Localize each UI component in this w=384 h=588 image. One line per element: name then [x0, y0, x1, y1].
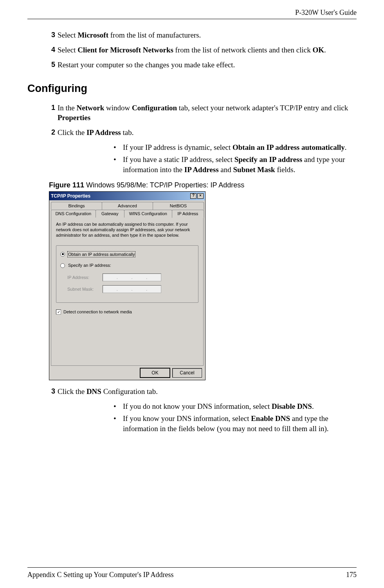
config-step-2: 2 Click the IP Address tab.: [49, 128, 357, 138]
dialog-buttons: OK Cancel: [49, 366, 205, 380]
close-button[interactable]: ×: [197, 193, 204, 199]
tcpip-properties-dialog: TCP/IP Properties ? × Bindings Advanced …: [49, 191, 206, 380]
tab-ip-address[interactable]: IP Address: [172, 210, 204, 218]
config-step-1: 1 In the Network window Configuration ta…: [49, 103, 357, 123]
bullet-text: If you have a static IP address, select …: [123, 155, 357, 174]
tab-dns-configuration[interactable]: DNS Configuration: [51, 210, 96, 218]
figure-label: Figure 111: [49, 181, 84, 189]
subnet-mask-field[interactable]: ...: [103, 285, 161, 293]
radio-icon: [60, 263, 65, 268]
tab-netbios[interactable]: NetBIOS: [153, 202, 204, 210]
bullet-item: • If you know your DNS information, sele…: [114, 414, 357, 433]
checkbox-label: Detect connection to network media: [63, 309, 132, 315]
step-3: 3 Select Microsoft from the list of manu…: [49, 30, 357, 40]
step-number: 3: [49, 387, 58, 397]
bullet-item: • If your IP address is dynamic, select …: [114, 142, 357, 153]
step-text: Click the DNS Configuration tab.: [58, 387, 355, 397]
bullet-text: If you do not know your DNS information,…: [123, 401, 314, 412]
radio-specify[interactable]: Specify an IP address:: [60, 262, 194, 269]
cancel-button[interactable]: Cancel: [172, 368, 202, 378]
subnet-mask-label: Subnet Mask:: [67, 286, 103, 292]
dialog-title: TCP/IP Properties: [51, 193, 90, 199]
subnet-mask-row: Subnet Mask: ...: [67, 285, 194, 293]
step-text: Click the IP Address tab.: [58, 128, 355, 138]
bullet-text: If your IP address is dynamic, select Ob…: [123, 142, 347, 153]
page-footer: Appendix C Setting up Your Computer's IP…: [27, 567, 357, 579]
ip-group: Obtain an IP address automatically Speci…: [56, 245, 198, 303]
tabs-area: Bindings Advanced NetBIOS DNS Configurat…: [49, 200, 205, 366]
config-step-3: 3 Click the DNS Configuration tab.: [49, 387, 357, 397]
step-number: 3: [49, 30, 58, 40]
radio-obtain-auto[interactable]: Obtain an IP address automatically: [60, 251, 194, 258]
bullet-item: • If you do not know your DNS informatio…: [114, 401, 357, 412]
bullet-list-b: • If you do not know your DNS informatio…: [114, 401, 357, 434]
section-heading: Configuring: [27, 81, 357, 95]
step-number: 1: [49, 103, 58, 123]
step-number: 4: [49, 45, 58, 55]
tab-gateway[interactable]: Gateway: [96, 210, 124, 218]
doc-title: P-320W User's Guide: [295, 9, 357, 16]
tab-bindings[interactable]: Bindings: [51, 202, 102, 210]
ok-button[interactable]: OK: [140, 368, 170, 378]
radio-label: Specify an IP address:: [67, 262, 112, 269]
checkbox-icon: ✓: [56, 309, 61, 315]
help-button[interactable]: ?: [190, 193, 197, 199]
step-text: In the Network window Configuration tab,…: [58, 103, 355, 123]
footer-appendix: Appendix C Setting up Your Computer's IP…: [27, 570, 174, 579]
bullet-text: If you know your DNS information, select…: [123, 414, 357, 433]
bullet-marker: •: [114, 155, 123, 174]
step-number: 5: [49, 60, 58, 70]
step-5: 5 Restart your computer so the changes y…: [49, 60, 357, 70]
tab-wins-configuration[interactable]: WINS Configuration: [124, 210, 172, 218]
bullet-list-a: • If your IP address is dynamic, select …: [114, 142, 357, 175]
figure-caption: Figure 111 Windows 95/98/Me: TCP/IP Prop…: [49, 180, 357, 190]
step-number: 2: [49, 128, 58, 138]
bullet-marker: •: [114, 142, 123, 153]
detect-connection-checkbox[interactable]: ✓ Detect connection to network media: [56, 309, 198, 315]
ip-address-field[interactable]: ...: [103, 273, 161, 281]
page-header: P-320W User's Guide: [27, 8, 357, 19]
footer-page-number: 175: [346, 570, 357, 579]
bullet-marker: •: [114, 401, 123, 412]
bullet-item: • If you have a static IP address, selec…: [114, 155, 357, 174]
ip-address-row: IP Address: ...: [67, 273, 194, 281]
dialog-description: An IP address can be automatically assig…: [56, 221, 198, 238]
radio-icon: [60, 252, 65, 257]
radio-label: Obtain an IP address automatically: [67, 251, 135, 258]
page-content: 3 Select Microsoft from the list of manu…: [27, 30, 357, 433]
step-4: 4 Select Client for Microsoft Networks f…: [49, 45, 357, 55]
bullet-marker: •: [114, 414, 123, 433]
tab-pane-ip-address: An IP address can be automatically assig…: [51, 217, 204, 366]
dialog-titlebar: TCP/IP Properties ? ×: [49, 192, 205, 200]
tab-advanced[interactable]: Advanced: [102, 202, 153, 210]
step-text: Select Client for Microsoft Networks fro…: [58, 45, 355, 55]
figure-caption-text: Windows 95/98/Me: TCP/IP Properties: IP …: [84, 181, 244, 189]
step-text: Restart your computer so the changes you…: [58, 60, 355, 70]
step-text: Select Microsoft from the list of manufa…: [58, 30, 355, 40]
ip-address-label: IP Address:: [67, 275, 103, 281]
